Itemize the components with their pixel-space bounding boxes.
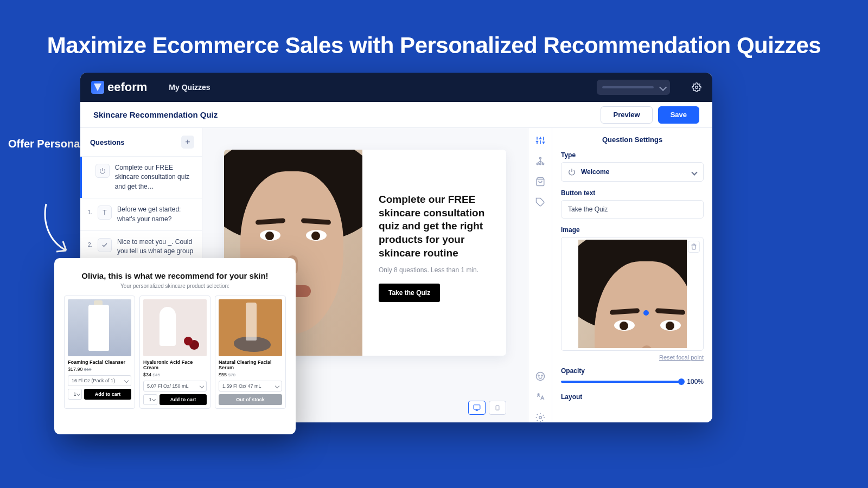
settings-panel-title: Question Settings (561, 136, 704, 144)
popup-subtitle: Your personalized skincare product selec… (64, 283, 286, 289)
product-card: Hyaluronic Acid Face Cream $34 $45 5.07 … (139, 296, 210, 409)
preview-button[interactable]: Preview (601, 106, 652, 124)
svg-point-0 (695, 86, 698, 89)
product-card: Foaming Facial Cleanser $17.90 $19 16 Fl… (64, 296, 135, 409)
brand-mark-icon (91, 81, 104, 94)
svg-point-16 (539, 157, 541, 159)
theme-icon[interactable] (535, 371, 545, 381)
add-question-button[interactable]: + (181, 136, 194, 149)
check-icon (98, 238, 112, 252)
out-of-stock-button: Out of stock (219, 394, 282, 405)
bag-icon[interactable] (535, 177, 545, 187)
question-text: Complete our FREE skincare consultation … (115, 163, 195, 191)
opacity-label: Opacity (561, 367, 704, 375)
product-image (143, 299, 207, 356)
svg-point-19 (542, 163, 544, 165)
product-price: $34 $45 (143, 372, 207, 377)
settings-gear-icon[interactable] (535, 413, 545, 422)
text-type-icon: T (98, 206, 112, 220)
take-quiz-button[interactable]: Take the Quiz (379, 284, 440, 302)
product-image (219, 299, 282, 356)
quiz-heading: Complete our FREE skincare consultation … (379, 193, 490, 260)
variant-select[interactable]: 1.59 Fl Oz/ 47 mL (219, 381, 282, 391)
opacity-slider[interactable]: 100% (561, 378, 704, 386)
product-card: Natural Clearing Facial Serum $55 $70 1.… (215, 296, 286, 409)
button-text-input[interactable]: Take the Quiz (561, 200, 704, 219)
desktop-view-button[interactable] (468, 401, 486, 415)
svg-point-18 (539, 163, 541, 165)
image-label: Image (561, 226, 704, 234)
question-item[interactable]: Complete our FREE skincare consultation … (80, 157, 202, 198)
svg-point-17 (537, 163, 538, 165)
add-to-cart-button[interactable]: Add to cart (159, 394, 207, 405)
svg-point-23 (538, 375, 539, 376)
sliders-icon[interactable] (535, 136, 545, 145)
type-select[interactable]: Welcome (561, 162, 704, 182)
brand-logo[interactable]: eeform (91, 80, 147, 94)
product-price: $17.90 $19 (68, 367, 131, 372)
callout-arrow-icon (38, 201, 76, 258)
svg-rect-5 (496, 406, 499, 410)
product-price: $55 $70 (219, 372, 282, 377)
recommendation-popup: Olivia, this is what we recommend for yo… (54, 258, 296, 434)
delete-image-button[interactable] (688, 241, 700, 253)
power-icon (95, 164, 110, 178)
mobile-view-button[interactable] (489, 401, 506, 415)
settings-rail (528, 128, 552, 422)
button-text-label: Button text (561, 189, 704, 197)
image-thumbnail (578, 240, 687, 348)
translate-icon[interactable] (535, 392, 545, 402)
workspace-selector[interactable] (597, 80, 670, 95)
hero-tagline: Maximize Ecommerce Sales with Personaliz… (0, 33, 868, 59)
brand-word: eeform (107, 80, 147, 94)
questions-header: Questions (90, 138, 125, 146)
save-button[interactable]: Save (658, 106, 699, 124)
subbar: Skincare Recommendation Quiz Preview Sav… (80, 102, 712, 128)
image-well[interactable] (561, 237, 704, 351)
quiz-title: Skincare Recommendation Quiz (93, 110, 218, 119)
product-name: Foaming Facial Cleanser (68, 359, 131, 365)
qty-select[interactable]: 1 (143, 394, 157, 405)
device-toggle (468, 401, 506, 415)
variant-select[interactable]: 16 Fl Oz (Pack of 1) (68, 375, 131, 386)
qty-select[interactable]: 1 (68, 389, 82, 400)
reset-focal-link[interactable]: Reset focal point (561, 354, 704, 361)
popup-title: Olivia, this is what we recommend for yo… (64, 271, 286, 280)
question-text: Before we get started: what's your name? (117, 205, 195, 224)
quiz-subheading: Only 8 questions. Less than 1 min. (379, 266, 490, 274)
settings-panel: Question Settings Type Welcome Button te… (528, 128, 712, 422)
variant-select[interactable]: 5.07 Fl Oz/ 150 mL (143, 381, 207, 391)
topbar: eeform My Quizzes (80, 73, 712, 102)
nav-my-quizzes[interactable]: My Quizzes (169, 83, 210, 92)
svg-rect-2 (474, 405, 480, 409)
svg-point-24 (541, 375, 542, 376)
layout-label: Layout (561, 393, 704, 401)
product-name: Natural Clearing Facial Serum (219, 359, 282, 370)
focal-point-handle[interactable] (643, 310, 649, 316)
power-icon (568, 168, 576, 176)
svg-point-22 (536, 373, 544, 381)
question-item[interactable]: 1. T Before we get started: what's your … (80, 198, 202, 231)
tag-icon[interactable] (535, 197, 545, 207)
svg-point-25 (539, 416, 541, 419)
gear-icon[interactable] (692, 82, 701, 92)
type-label: Type (561, 151, 704, 159)
product-name: Hyaluronic Acid Face Cream (143, 359, 207, 370)
flow-icon[interactable] (535, 156, 545, 166)
add-to-cart-button[interactable]: Add to cart (84, 389, 131, 400)
product-image (68, 299, 131, 356)
